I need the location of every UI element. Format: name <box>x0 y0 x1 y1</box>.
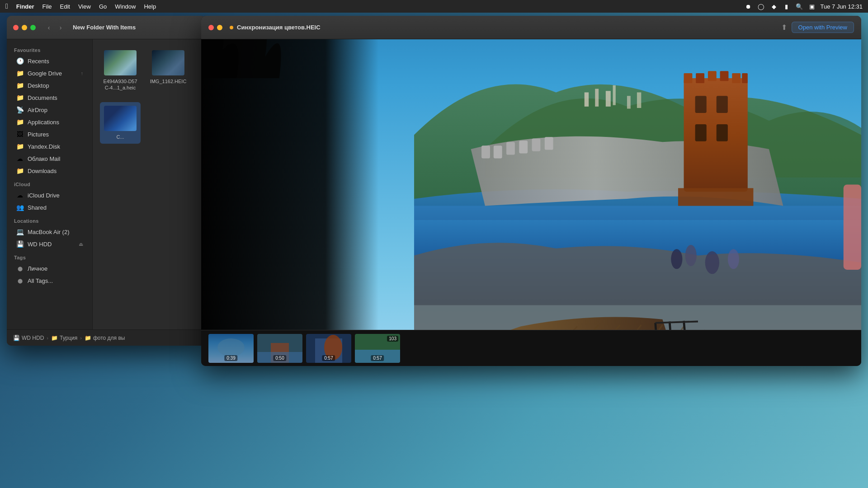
traffic-lights <box>13 25 36 30</box>
svg-rect-14 <box>637 92 641 108</box>
sidebar-item-yandex[interactable]: 📁 Yandex.Disk <box>9 141 90 152</box>
svg-rect-30 <box>717 96 728 113</box>
file-name: IMG_1162.HEIC <box>150 78 187 84</box>
breadcrumb-bar: 💾 WD HDD › 📁 Турция › 📁 фото для вы <box>7 329 206 346</box>
sidebar-item-all-tags[interactable]: ⬤ All Tags... <box>9 275 90 286</box>
filmstrip-time: 0:39 <box>224 355 237 361</box>
eject-hdd-icon[interactable]: ⏏ <box>79 241 83 247</box>
macbook-icon: 💻 <box>16 228 24 236</box>
sidebar-item-shared[interactable]: 👥 Shared <box>9 202 90 213</box>
svg-rect-29 <box>695 96 707 113</box>
svg-rect-24 <box>696 73 704 83</box>
filmstrip-item[interactable]: 0:57 103 <box>355 334 400 363</box>
sidebar-item-pictures[interactable]: 🖼 Pictures <box>9 128 90 140</box>
sidebar-item-recents[interactable]: 🕐 Recents <box>9 55 90 67</box>
sidebar-item-wd-hdd[interactable]: 💾 WD HDD ⏏ <box>9 238 90 250</box>
back-button[interactable]: ‹ <box>44 23 54 33</box>
record-icon: ⏺ <box>745 2 753 10</box>
share-button[interactable]: ⬆ <box>781 23 787 32</box>
yandex-icon: ◯ <box>757 2 765 10</box>
svg-point-54 <box>671 249 682 269</box>
yandex-disk-icon: 📁 <box>16 142 24 150</box>
sidebar-item-airdrop[interactable]: 📡 AirDrop <box>9 104 90 116</box>
all-tags-icon: ⬤ <box>16 277 24 285</box>
file-item[interactable]: IMG_1162.HEIC <box>148 47 189 95</box>
sidebar: Favourites 🕐 Recents 📁 Google Drive ↑ 📁 … <box>7 39 93 329</box>
breadcrumb-item-wdhdd[interactable]: 💾 WD HDD <box>13 335 44 341</box>
sidebar-item-applications[interactable]: 📁 Applications <box>9 116 90 128</box>
filmstrip: 0:39 0:50 0:57 0:57 103 <box>201 330 861 366</box>
tag-lichnoe-icon: ⬤ <box>16 264 24 272</box>
menu-file[interactable]: File <box>42 3 52 10</box>
filmstrip-item[interactable]: 0:57 <box>306 334 351 363</box>
svg-rect-12 <box>613 85 616 105</box>
file-thumbnail-selected <box>104 106 137 131</box>
sidebar-item-label: iCloud Drive <box>28 192 83 199</box>
file-item[interactable]: E494A930-D57C-4...1_a.heic <box>100 47 141 95</box>
sidebar-section-locations: Locations <box>7 214 92 225</box>
menu-edit[interactable]: Edit <box>60 3 70 10</box>
finder-window-title: New Folder With Items <box>73 24 136 31</box>
svg-rect-9 <box>585 92 589 106</box>
menubar-right: ⏺ ◯ ◆ ▮ 🔍 ▣ Tue 7 Jun 12:31 <box>745 2 863 10</box>
sidebar-section-favourites: Favourites <box>7 43 92 55</box>
filmstrip-item[interactable]: 0:39 <box>208 334 254 363</box>
sidebar-item-oblako-mail[interactable]: ☁ Облако Mail <box>9 153 90 164</box>
sidebar-item-label: Yandex.Disk <box>28 143 83 150</box>
preview-file-info: Синхронизация цветов.HEIC <box>230 24 781 31</box>
menu-help[interactable]: Help <box>144 3 156 10</box>
file-thumbnail <box>152 50 184 75</box>
sidebar-item-downloads[interactable]: 📁 Downloads <box>9 165 90 177</box>
close-button[interactable] <box>13 25 19 30</box>
open-with-preview-button[interactable]: Open with Preview <box>792 22 854 33</box>
sidebar-item-icloud-drive[interactable]: ☁ iCloud Drive <box>9 189 90 201</box>
menu-window[interactable]: Window <box>115 3 136 10</box>
svg-point-61 <box>217 338 245 357</box>
preview-modified-indicator <box>230 26 233 29</box>
filmstrip-time: 0:57 <box>371 355 384 361</box>
sidebar-section-icloud: iCloud <box>7 177 92 189</box>
menu-view[interactable]: View <box>78 3 91 10</box>
sidebar-item-label: All Tags... <box>28 277 83 284</box>
preview-window: Синхронизация цветов.HEIC ⬆ Open with Pr… <box>201 16 861 366</box>
menu-finder[interactable]: Finder <box>16 3 34 10</box>
forward-button[interactable]: › <box>56 23 66 33</box>
filmstrip-item[interactable]: 0:50 <box>257 334 302 363</box>
breadcrumb-label: фото для вы <box>93 335 125 341</box>
menubar-time: Tue 7 Jun 12:31 <box>821 3 863 10</box>
sidebar-item-label: Облако Mail <box>28 155 83 162</box>
search-icon[interactable]: 🔍 <box>795 2 803 10</box>
pycharm-icon: ◆ <box>770 2 778 10</box>
apple-menu-icon[interactable]:  <box>5 2 8 10</box>
breadcrumb-label: WD HDD <box>22 335 44 341</box>
maximize-button[interactable] <box>30 25 36 30</box>
preview-file-title: Синхронизация цветов.HEIC <box>237 24 321 31</box>
svg-rect-33 <box>678 188 753 206</box>
sidebar-item-desktop[interactable]: 📁 Desktop <box>9 80 90 91</box>
minimize-button[interactable] <box>22 25 27 30</box>
sidebar-item-tag-lichnoe[interactable]: ⬤ Личное <box>9 263 90 274</box>
preview-close-button[interactable] <box>208 25 214 30</box>
svg-rect-13 <box>627 96 631 108</box>
sidebar-item-google-drive[interactable]: 📁 Google Drive ↑ <box>9 67 90 79</box>
svg-rect-27 <box>732 73 741 83</box>
sidebar-item-macbook[interactable]: 💻 MacBook Air (2) <box>9 226 90 238</box>
breadcrumb-item-foto[interactable]: 📁 фото для вы <box>85 335 125 341</box>
breadcrumb-sep: › <box>80 335 82 341</box>
svg-rect-17 <box>494 145 502 158</box>
turcia-folder-icon: 📁 <box>51 335 58 341</box>
svg-rect-26 <box>720 71 729 81</box>
desktop-icon: 📁 <box>16 81 24 89</box>
breadcrumb-label: Турция <box>60 335 77 341</box>
finder-window: ‹ › New Folder With Items Favourites 🕐 R… <box>7 16 206 346</box>
control-center-icon[interactable]: ▣ <box>808 2 816 10</box>
sidebar-item-documents[interactable]: 📁 Documents <box>9 92 90 103</box>
preview-dot-button[interactable] <box>217 25 222 30</box>
svg-rect-58 <box>844 185 861 270</box>
menu-go[interactable]: Go <box>99 3 107 10</box>
menubar:  Finder File Edit View Go Window Help ⏺… <box>0 0 868 13</box>
svg-rect-25 <box>708 71 717 81</box>
file-item-selected[interactable]: C... <box>100 102 141 144</box>
google-drive-icon: 📁 <box>16 69 24 77</box>
breadcrumb-item-turcia[interactable]: 📁 Турция <box>51 335 77 341</box>
